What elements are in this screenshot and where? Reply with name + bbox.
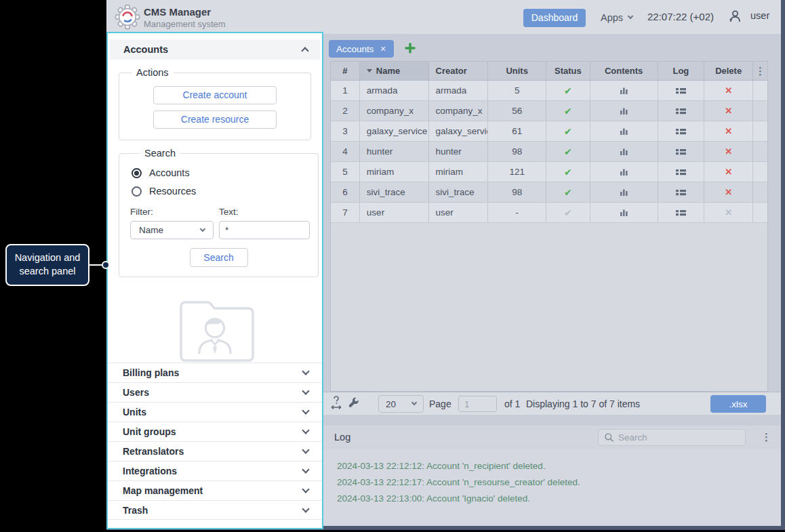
- sidebar-section-users[interactable]: Users: [108, 382, 322, 402]
- contents-chart-icon[interactable]: [590, 142, 658, 161]
- add-tab-button[interactable]: [404, 42, 418, 56]
- username-label[interactable]: user: [750, 10, 769, 21]
- delete-icon[interactable]: [704, 81, 753, 100]
- column-header-log[interactable]: Log: [658, 62, 705, 80]
- sidebar-section-accounts[interactable]: Accounts: [110, 39, 320, 60]
- app-subtitle: Management system: [144, 19, 226, 29]
- search-button[interactable]: Search: [190, 248, 248, 267]
- cell-name: galaxy_service: [360, 121, 429, 141]
- table-row[interactable]: 6 sivi_trace sivi_trace 98: [331, 182, 767, 203]
- user-icon[interactable]: [727, 9, 742, 26]
- cell-num: 6: [331, 182, 360, 202]
- column-menu-icon[interactable]: [753, 62, 767, 80]
- status-check-icon[interactable]: [546, 81, 590, 100]
- log-list-icon[interactable]: [658, 142, 705, 161]
- log-menu-icon[interactable]: [761, 431, 771, 443]
- log-list-icon[interactable]: [658, 121, 705, 141]
- search-legend: Search: [140, 148, 180, 159]
- contents-chart-icon[interactable]: [590, 81, 658, 100]
- contents-chart-icon[interactable]: [590, 203, 658, 222]
- table-row[interactable]: 1 armada armada 5: [331, 81, 767, 101]
- table-row[interactable]: 7 user user -: [331, 203, 767, 223]
- search-text-input[interactable]: [219, 221, 310, 239]
- export-xlsx-button[interactable]: .xlsx: [710, 395, 766, 413]
- status-check-icon[interactable]: [546, 142, 590, 161]
- status-check-icon-disabled: [546, 203, 590, 222]
- status-check-icon[interactable]: [546, 182, 590, 202]
- column-header-name-label: Name: [376, 66, 400, 76]
- chevron-down-icon: [302, 426, 309, 434]
- cell-creator: company_x: [429, 101, 489, 121]
- table-row[interactable]: 2 company_x company_x 56: [331, 101, 767, 121]
- status-check-icon[interactable]: [546, 162, 590, 182]
- log-list-icon[interactable]: [658, 182, 705, 202]
- page-number-input[interactable]: [458, 396, 497, 412]
- sidebar-section-unit-groups[interactable]: Unit groups: [108, 422, 322, 441]
- radio-accounts-control[interactable]: [132, 168, 142, 178]
- column-header-contents[interactable]: Contents: [590, 62, 658, 80]
- sidebar-section-billing-plans[interactable]: Billing plans: [108, 363, 322, 382]
- contents-chart-icon[interactable]: [590, 182, 658, 202]
- cell-units: 56: [488, 101, 546, 121]
- status-check-icon[interactable]: [546, 101, 590, 121]
- cell-name: hunter: [360, 142, 429, 161]
- sidebar-section-retranslators[interactable]: Retranslators: [108, 441, 322, 461]
- cell-name: armada: [360, 81, 429, 100]
- column-header-name[interactable]: Name: [360, 62, 429, 80]
- cell-num: 5: [331, 162, 360, 182]
- chevron-down-icon: [302, 505, 309, 512]
- contents-chart-icon[interactable]: [590, 101, 658, 121]
- cell-menu: [753, 121, 767, 141]
- log-list-icon[interactable]: [658, 101, 705, 121]
- apps-menu[interactable]: Apps: [601, 11, 632, 24]
- radio-resources[interactable]: Resources: [132, 186, 310, 197]
- create-resource-button[interactable]: Create resource: [153, 110, 277, 129]
- delete-icon[interactable]: [704, 182, 753, 202]
- column-header-units[interactable]: Units: [488, 62, 546, 80]
- delete-icon[interactable]: [704, 101, 753, 121]
- table-row[interactable]: 4 hunter hunter 98: [331, 142, 767, 162]
- radio-accounts[interactable]: Accounts: [132, 167, 310, 178]
- page-size-select[interactable]: 20: [378, 395, 424, 413]
- status-check-icon[interactable]: [546, 121, 590, 141]
- log-list-icon[interactable]: [658, 81, 705, 100]
- dashboard-button[interactable]: Dashboard: [523, 9, 586, 27]
- delete-icon[interactable]: [704, 162, 753, 182]
- log-search-input[interactable]: [618, 432, 733, 443]
- create-account-button[interactable]: Create account: [153, 86, 277, 104]
- apps-menu-label: Apps: [601, 12, 623, 23]
- column-header-delete[interactable]: Delete: [704, 62, 753, 80]
- delete-icon[interactable]: [704, 121, 753, 141]
- column-header-status[interactable]: Status: [546, 62, 590, 80]
- radio-resources-control[interactable]: [132, 186, 142, 197]
- page-size-value: 20: [386, 399, 396, 409]
- log-list-icon[interactable]: [658, 162, 705, 182]
- column-header-num[interactable]: #: [331, 62, 360, 80]
- sidebar-section-integrations[interactable]: Integrations: [108, 461, 322, 480]
- delete-icon[interactable]: [704, 142, 753, 161]
- table-header-row: # Name Creator Units Status Contents Log…: [331, 62, 767, 81]
- filter-label: Filter:: [130, 207, 219, 217]
- sidebar-section-map-management[interactable]: Map management: [108, 480, 322, 500]
- column-header-creator[interactable]: Creator: [429, 62, 489, 80]
- filter-select[interactable]: Name: [130, 221, 214, 239]
- log-search-box[interactable]: [598, 429, 746, 446]
- contents-chart-icon[interactable]: [590, 121, 658, 141]
- cell-name: sivi_trace: [360, 182, 429, 202]
- log-entry: 2024-03-13 22:12:17: Account 'n_resourse…: [337, 474, 781, 491]
- sidebar-section-units[interactable]: Units: [108, 402, 322, 422]
- delete-icon-disabled: [704, 203, 753, 222]
- tab-accounts[interactable]: Accounts: [329, 40, 394, 58]
- table-row[interactable]: 5 miriam miriam 121: [331, 162, 767, 182]
- cell-num: 3: [331, 121, 360, 141]
- sidebar-section-trash[interactable]: Trash: [108, 500, 322, 520]
- table-row[interactable]: 3 galaxy_service galaxy_service 61: [331, 121, 767, 142]
- log-list-icon[interactable]: [658, 203, 705, 222]
- actions-legend: Actions: [132, 67, 174, 78]
- settings-wrench-icon[interactable]: [348, 397, 360, 412]
- measure-units-icon[interactable]: [330, 396, 344, 413]
- close-tab-icon[interactable]: [380, 45, 386, 54]
- cell-units: 5: [488, 81, 546, 100]
- chevron-down-icon: [302, 466, 309, 473]
- contents-chart-icon[interactable]: [590, 162, 658, 182]
